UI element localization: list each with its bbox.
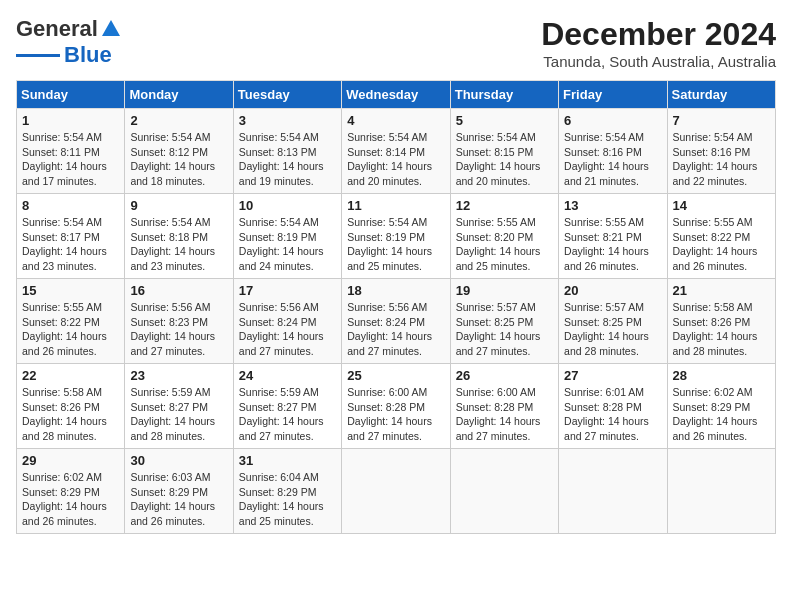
day-number: 10	[239, 198, 336, 213]
day-info: Sunrise: 5:57 AMSunset: 8:25 PMDaylight:…	[564, 300, 661, 359]
day-info: Sunrise: 5:57 AMSunset: 8:25 PMDaylight:…	[456, 300, 553, 359]
day-info: Sunrise: 6:02 AMSunset: 8:29 PMDaylight:…	[22, 470, 119, 529]
table-row: 23 Sunrise: 5:59 AMSunset: 8:27 PMDaylig…	[125, 364, 233, 449]
table-row	[559, 449, 667, 534]
day-number: 31	[239, 453, 336, 468]
table-row: 22 Sunrise: 5:58 AMSunset: 8:26 PMDaylig…	[17, 364, 125, 449]
day-number: 9	[130, 198, 227, 213]
col-tuesday: Tuesday	[233, 81, 341, 109]
day-info: Sunrise: 5:56 AMSunset: 8:24 PMDaylight:…	[239, 300, 336, 359]
day-info: Sunrise: 5:59 AMSunset: 8:27 PMDaylight:…	[239, 385, 336, 444]
table-row	[342, 449, 450, 534]
day-info: Sunrise: 5:55 AMSunset: 8:22 PMDaylight:…	[673, 215, 770, 274]
table-row: 5 Sunrise: 5:54 AMSunset: 8:15 PMDayligh…	[450, 109, 558, 194]
calendar-week-row: 1 Sunrise: 5:54 AMSunset: 8:11 PMDayligh…	[17, 109, 776, 194]
day-number: 30	[130, 453, 227, 468]
day-number: 18	[347, 283, 444, 298]
table-row: 3 Sunrise: 5:54 AMSunset: 8:13 PMDayligh…	[233, 109, 341, 194]
day-number: 16	[130, 283, 227, 298]
table-row: 8 Sunrise: 5:54 AMSunset: 8:17 PMDayligh…	[17, 194, 125, 279]
day-info: Sunrise: 5:58 AMSunset: 8:26 PMDaylight:…	[673, 300, 770, 359]
day-number: 27	[564, 368, 661, 383]
table-row: 26 Sunrise: 6:00 AMSunset: 8:28 PMDaylig…	[450, 364, 558, 449]
table-row: 17 Sunrise: 5:56 AMSunset: 8:24 PMDaylig…	[233, 279, 341, 364]
day-info: Sunrise: 5:54 AMSunset: 8:16 PMDaylight:…	[673, 130, 770, 189]
day-number: 12	[456, 198, 553, 213]
logo-general: General	[16, 16, 98, 42]
col-wednesday: Wednesday	[342, 81, 450, 109]
day-info: Sunrise: 5:54 AMSunset: 8:11 PMDaylight:…	[22, 130, 119, 189]
day-number: 17	[239, 283, 336, 298]
svg-marker-0	[102, 20, 120, 36]
day-info: Sunrise: 5:55 AMSunset: 8:20 PMDaylight:…	[456, 215, 553, 274]
location-title: Tanunda, South Australia, Australia	[541, 53, 776, 70]
logo-underline	[16, 54, 60, 57]
day-info: Sunrise: 6:01 AMSunset: 8:28 PMDaylight:…	[564, 385, 661, 444]
logo: General Blue	[16, 16, 122, 68]
day-number: 25	[347, 368, 444, 383]
day-number: 19	[456, 283, 553, 298]
day-info: Sunrise: 5:56 AMSunset: 8:23 PMDaylight:…	[130, 300, 227, 359]
table-row: 14 Sunrise: 5:55 AMSunset: 8:22 PMDaylig…	[667, 194, 775, 279]
table-row: 19 Sunrise: 5:57 AMSunset: 8:25 PMDaylig…	[450, 279, 558, 364]
day-number: 8	[22, 198, 119, 213]
table-row: 9 Sunrise: 5:54 AMSunset: 8:18 PMDayligh…	[125, 194, 233, 279]
day-info: Sunrise: 6:00 AMSunset: 8:28 PMDaylight:…	[347, 385, 444, 444]
table-row: 12 Sunrise: 5:55 AMSunset: 8:20 PMDaylig…	[450, 194, 558, 279]
day-info: Sunrise: 5:54 AMSunset: 8:19 PMDaylight:…	[347, 215, 444, 274]
col-sunday: Sunday	[17, 81, 125, 109]
col-monday: Monday	[125, 81, 233, 109]
table-row: 10 Sunrise: 5:54 AMSunset: 8:19 PMDaylig…	[233, 194, 341, 279]
day-number: 14	[673, 198, 770, 213]
day-number: 22	[22, 368, 119, 383]
month-title: December 2024	[541, 16, 776, 53]
day-info: Sunrise: 5:54 AMSunset: 8:13 PMDaylight:…	[239, 130, 336, 189]
day-info: Sunrise: 5:55 AMSunset: 8:21 PMDaylight:…	[564, 215, 661, 274]
col-friday: Friday	[559, 81, 667, 109]
logo-icon	[100, 18, 122, 40]
day-number: 3	[239, 113, 336, 128]
day-info: Sunrise: 5:56 AMSunset: 8:24 PMDaylight:…	[347, 300, 444, 359]
calendar-week-row: 15 Sunrise: 5:55 AMSunset: 8:22 PMDaylig…	[17, 279, 776, 364]
day-number: 29	[22, 453, 119, 468]
table-row: 13 Sunrise: 5:55 AMSunset: 8:21 PMDaylig…	[559, 194, 667, 279]
col-saturday: Saturday	[667, 81, 775, 109]
table-row: 25 Sunrise: 6:00 AMSunset: 8:28 PMDaylig…	[342, 364, 450, 449]
table-row: 31 Sunrise: 6:04 AMSunset: 8:29 PMDaylig…	[233, 449, 341, 534]
logo-blue: Blue	[64, 42, 112, 68]
day-info: Sunrise: 5:54 AMSunset: 8:19 PMDaylight:…	[239, 215, 336, 274]
day-number: 13	[564, 198, 661, 213]
table-row: 6 Sunrise: 5:54 AMSunset: 8:16 PMDayligh…	[559, 109, 667, 194]
day-number: 2	[130, 113, 227, 128]
table-row: 15 Sunrise: 5:55 AMSunset: 8:22 PMDaylig…	[17, 279, 125, 364]
day-info: Sunrise: 5:54 AMSunset: 8:15 PMDaylight:…	[456, 130, 553, 189]
day-info: Sunrise: 6:03 AMSunset: 8:29 PMDaylight:…	[130, 470, 227, 529]
day-info: Sunrise: 5:55 AMSunset: 8:22 PMDaylight:…	[22, 300, 119, 359]
day-number: 4	[347, 113, 444, 128]
day-number: 5	[456, 113, 553, 128]
day-info: Sunrise: 5:54 AMSunset: 8:17 PMDaylight:…	[22, 215, 119, 274]
table-row: 24 Sunrise: 5:59 AMSunset: 8:27 PMDaylig…	[233, 364, 341, 449]
day-number: 28	[673, 368, 770, 383]
table-row: 21 Sunrise: 5:58 AMSunset: 8:26 PMDaylig…	[667, 279, 775, 364]
table-row: 11 Sunrise: 5:54 AMSunset: 8:19 PMDaylig…	[342, 194, 450, 279]
day-number: 7	[673, 113, 770, 128]
day-info: Sunrise: 5:58 AMSunset: 8:26 PMDaylight:…	[22, 385, 119, 444]
day-number: 21	[673, 283, 770, 298]
calendar-week-row: 22 Sunrise: 5:58 AMSunset: 8:26 PMDaylig…	[17, 364, 776, 449]
table-row: 7 Sunrise: 5:54 AMSunset: 8:16 PMDayligh…	[667, 109, 775, 194]
day-info: Sunrise: 5:54 AMSunset: 8:16 PMDaylight:…	[564, 130, 661, 189]
day-number: 11	[347, 198, 444, 213]
day-info: Sunrise: 5:59 AMSunset: 8:27 PMDaylight:…	[130, 385, 227, 444]
calendar-header-row: Sunday Monday Tuesday Wednesday Thursday…	[17, 81, 776, 109]
table-row: 16 Sunrise: 5:56 AMSunset: 8:23 PMDaylig…	[125, 279, 233, 364]
table-row	[667, 449, 775, 534]
table-row: 4 Sunrise: 5:54 AMSunset: 8:14 PMDayligh…	[342, 109, 450, 194]
day-info: Sunrise: 5:54 AMSunset: 8:18 PMDaylight:…	[130, 215, 227, 274]
table-row	[450, 449, 558, 534]
day-info: Sunrise: 6:02 AMSunset: 8:29 PMDaylight:…	[673, 385, 770, 444]
day-info: Sunrise: 5:54 AMSunset: 8:14 PMDaylight:…	[347, 130, 444, 189]
day-number: 20	[564, 283, 661, 298]
table-row: 18 Sunrise: 5:56 AMSunset: 8:24 PMDaylig…	[342, 279, 450, 364]
day-info: Sunrise: 5:54 AMSunset: 8:12 PMDaylight:…	[130, 130, 227, 189]
